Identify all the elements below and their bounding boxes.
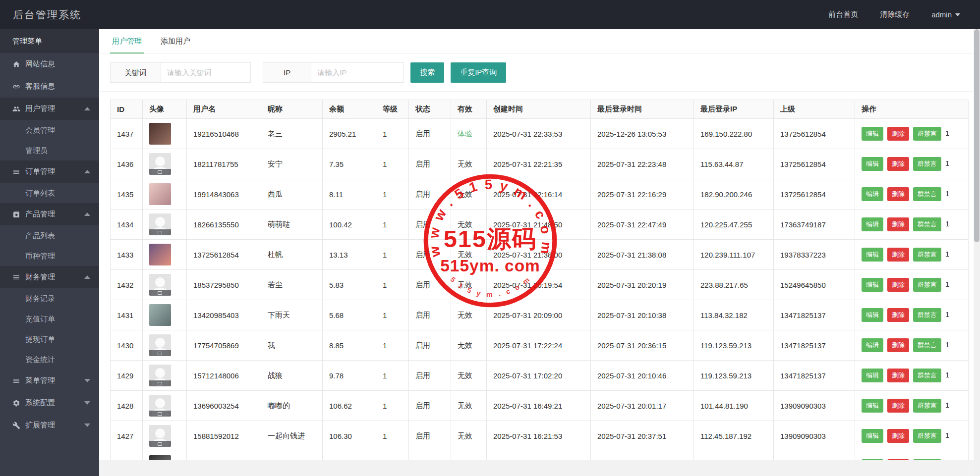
cell-valid: 无效 <box>451 270 487 300</box>
action-count: 1 <box>945 159 949 167</box>
delete-button[interactable]: 删除 <box>887 248 909 262</box>
mute-button[interactable]: 群禁言 <box>913 248 941 262</box>
sidebar-subitem-管理员[interactable]: 管理员 <box>0 140 99 160</box>
cell-status: 启用 <box>409 240 451 270</box>
tab-add-user[interactable]: 添加用户 <box>159 30 192 53</box>
delete-button[interactable]: 删除 <box>887 157 909 171</box>
sidebar-item-label: 产品管理 <box>25 210 84 219</box>
cell-id: 1436 <box>111 149 143 179</box>
camera-icon <box>158 382 162 385</box>
user-menu[interactable]: admin <box>931 10 960 19</box>
edit-button[interactable]: 编辑 <box>862 338 883 352</box>
keyword-input[interactable] <box>161 62 251 83</box>
scrollbar-thumb[interactable] <box>974 29 980 242</box>
sidebar-subitem-资金统计[interactable]: 资金统计 <box>0 349 99 370</box>
sidebar-subitem-充值订单[interactable]: 充值订单 <box>0 309 99 329</box>
edit-button[interactable]: 编辑 <box>862 248 883 262</box>
avatar-default[interactable] <box>149 153 171 175</box>
sidebar-subitem-会员管理[interactable]: 会员管理 <box>0 120 99 140</box>
column-header: 操作 <box>855 100 969 119</box>
sidebar-item-客服信息[interactable]: 客服信息 <box>0 75 99 98</box>
mute-button[interactable]: 群禁言 <box>913 127 941 141</box>
avatar-default[interactable] <box>149 395 171 417</box>
frontend-home-link[interactable]: 前台首页 <box>828 10 858 19</box>
edit-button[interactable]: 编辑 <box>862 157 883 171</box>
cell-avatar <box>143 149 187 179</box>
avatar-default[interactable] <box>149 334 171 356</box>
cell-status: 启用 <box>409 210 451 240</box>
sidebar-item-用户管理[interactable]: 用户管理 <box>0 98 99 120</box>
edit-button[interactable]: 编辑 <box>862 399 883 413</box>
wrench-icon <box>12 422 20 429</box>
duplicate-ip-query-button[interactable]: 重复IP查询 <box>451 62 506 83</box>
mute-button[interactable]: 群禁言 <box>913 278 941 292</box>
edit-button[interactable]: 编辑 <box>862 127 883 141</box>
menu-icon <box>12 168 20 176</box>
delete-button[interactable]: 删除 <box>887 308 909 322</box>
cell-valid: 无效 <box>451 300 487 330</box>
avatar-default[interactable] <box>149 425 171 447</box>
chevron-down-icon <box>84 379 90 382</box>
edit-button[interactable]: 编辑 <box>862 217 883 231</box>
sidebar-item-订单管理[interactable]: 订单管理 <box>0 160 99 183</box>
cell-valid: 无效 <box>451 179 487 210</box>
table-row: 143719216510468老三2905.211启用体验2025-07-31 … <box>111 119 969 149</box>
delete-button[interactable]: 删除 <box>887 338 909 352</box>
cell-last-login-ip: 115.63.44.87 <box>694 149 774 179</box>
sidebar-subitem-产品列表[interactable]: 产品列表 <box>0 225 99 246</box>
delete-button[interactable]: 删除 <box>887 369 909 382</box>
cell-status: 启用 <box>409 300 451 330</box>
sidebar-item-产品管理[interactable]: 产品管理 <box>0 203 99 225</box>
mute-button[interactable]: 群禁言 <box>913 338 941 352</box>
sidebar-item-网站信息[interactable]: 网站信息 <box>0 53 99 75</box>
edit-button[interactable]: 编辑 <box>862 429 883 443</box>
cell-level: 1 <box>376 361 409 391</box>
delete-button[interactable]: 删除 <box>887 217 909 231</box>
edit-button[interactable]: 编辑 <box>862 308 883 322</box>
edit-button[interactable]: 编辑 <box>862 278 883 292</box>
edit-button[interactable]: 编辑 <box>862 187 883 201</box>
delete-button[interactable]: 删除 <box>887 127 909 141</box>
delete-button[interactable]: 删除 <box>887 429 909 443</box>
delete-button[interactable]: 删除 <box>887 278 909 292</box>
sidebar-subitem-财务记录[interactable]: 财务记录 <box>0 288 99 309</box>
search-button[interactable]: 搜索 <box>410 62 444 83</box>
column-header: 最后登录时间 <box>591 100 694 119</box>
mute-button[interactable]: 群禁言 <box>913 187 941 201</box>
tab-user-management[interactable]: 用户管理 <box>110 30 144 53</box>
mute-button[interactable]: 群禁言 <box>913 429 941 443</box>
cell-level: 1 <box>376 270 409 300</box>
sidebar-item-财务管理[interactable]: 财务管理 <box>0 266 99 288</box>
avatar-photo[interactable] <box>149 244 171 265</box>
avatar-photo[interactable] <box>149 123 171 145</box>
mute-button[interactable]: 群禁言 <box>913 399 941 413</box>
sidebar-item-扩展管理[interactable]: 扩展管理 <box>0 414 99 436</box>
sidebar-subitem-订单列表[interactable]: 订单列表 <box>0 183 99 203</box>
avatar-default[interactable] <box>149 213 171 235</box>
avatar-default[interactable] <box>149 274 171 296</box>
divider <box>99 91 980 92</box>
scrollbar-track[interactable] <box>974 29 980 476</box>
mute-button[interactable]: 群禁言 <box>913 369 941 382</box>
sidebar-item-系统配置[interactable]: 系统配置 <box>0 392 99 414</box>
sidebar-item-菜单管理[interactable]: 菜单管理 <box>0 370 99 392</box>
avatar-photo[interactable] <box>149 304 171 326</box>
mute-button[interactable]: 群禁言 <box>913 157 941 171</box>
avatar-default[interactable] <box>149 365 171 386</box>
edit-button[interactable]: 编辑 <box>862 369 883 382</box>
delete-button[interactable]: 删除 <box>887 399 909 413</box>
ip-input[interactable] <box>311 62 404 83</box>
cell-actions: 编辑删除群禁言1 <box>855 179 969 210</box>
sidebar-subitem-币种管理[interactable]: 币种管理 <box>0 246 99 266</box>
mute-button[interactable]: 群禁言 <box>913 308 941 322</box>
cell-level: 1 <box>376 300 409 330</box>
cell-level: 1 <box>376 421 409 451</box>
clear-cache-link[interactable]: 清除缓存 <box>880 10 910 19</box>
sidebar-item-label: 订单管理 <box>25 167 84 176</box>
tabbar: 用户管理 添加用户 <box>99 29 980 54</box>
delete-button[interactable]: 删除 <box>887 187 909 201</box>
sidebar-subitem-提现订单[interactable]: 提现订单 <box>0 329 99 349</box>
cell-parent: 13471825137 <box>774 361 855 391</box>
avatar-photo[interactable] <box>149 183 171 205</box>
mute-button[interactable]: 群禁言 <box>913 217 941 231</box>
